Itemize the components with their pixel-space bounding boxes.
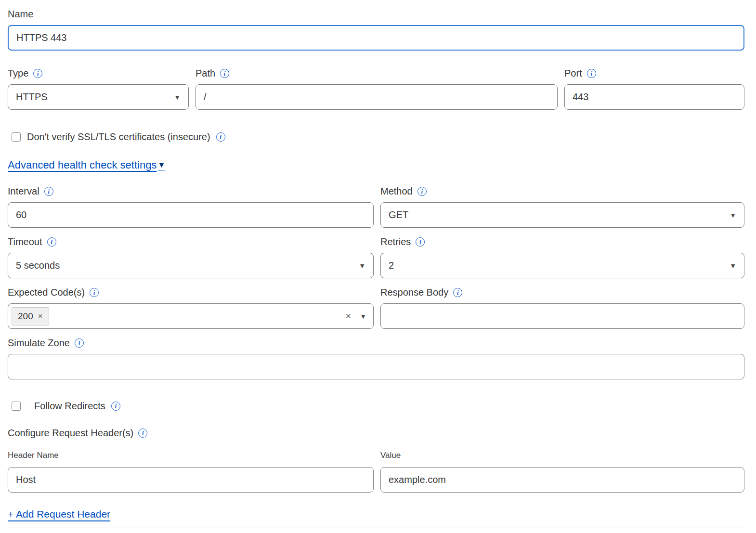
name-label: Name [8,9,33,20]
field-expected-codes: Expected Code(s) 200 × × [8,287,374,329]
field-header-name: Header Name [8,451,374,493]
header-value-column-label: Value [380,451,401,460]
interval-input[interactable] [8,202,374,228]
add-request-header-link[interactable]: + Add Request Header [8,508,110,520]
simulate-zone-label: Simulate Zone [8,338,70,349]
request-headers-section: Configure Request Header(s) [8,428,744,439]
triangle-down-icon [157,161,165,169]
field-type: Type HTTPS [8,68,189,110]
header-value-input[interactable] [380,467,744,493]
field-path: Path [196,68,558,110]
follow-redirects-info-icon[interactable] [111,402,120,411]
follow-redirects-checkbox[interactable] [12,402,21,411]
expected-codes-label: Expected Code(s) [8,287,85,298]
response-body-info-icon[interactable] [453,288,462,297]
type-info-icon[interactable] [33,69,42,78]
request-headers-section-label: Configure Request Header(s) [8,428,133,439]
code-tag: 200 × [12,307,49,325]
retries-select-value: 2 [389,260,394,271]
port-input[interactable] [564,84,744,110]
request-headers-info-icon[interactable] [138,429,147,438]
timeout-info-icon[interactable] [47,237,56,247]
bottom-divider [8,528,744,528]
name-input[interactable] [8,25,744,51]
expected-codes-info-icon[interactable] [90,288,99,297]
field-follow-redirects: Follow Redirects [12,401,744,412]
verify-ssl-info-icon[interactable] [216,132,225,142]
timeout-select[interactable]: 5 seconds [8,253,374,278]
clear-all-icon[interactable]: × [345,311,351,322]
response-body-label: Response Body [380,287,448,298]
field-response-body: Response Body [380,287,744,329]
field-timeout: Timeout 5 seconds [8,236,374,278]
header-name-input[interactable] [8,467,374,493]
verify-ssl-checkbox[interactable] [12,132,21,142]
chevron-down-icon [730,212,736,219]
chevron-down-icon [730,262,736,269]
advanced-settings-link-label: Advanced health check settings [8,159,156,171]
row-interval-method: Interval Method GET [8,186,744,228]
path-label: Path [196,68,215,79]
retries-select[interactable]: 2 [380,253,744,278]
response-body-input[interactable] [380,303,744,329]
field-method: Method GET [380,186,744,228]
timeout-label: Timeout [8,236,42,247]
field-interval: Interval [8,186,374,228]
health-check-form: Name Type HTTPS Path Port [0,0,756,528]
type-select-value: HTTPS [16,91,48,103]
retries-label: Retries [380,236,411,247]
retries-info-icon[interactable] [416,237,425,247]
field-verify-ssl: Don't verify SSL/TLS certificates (insec… [12,131,744,143]
method-select-value: GET [389,209,408,221]
header-name-column-label: Header Name [8,451,59,460]
path-info-icon[interactable] [220,69,229,78]
timeout-select-value: 5 seconds [16,260,60,271]
advanced-settings-link[interactable]: Advanced health check settings [8,159,165,171]
chevron-down-icon [359,262,365,269]
remove-tag-icon[interactable]: × [38,312,43,321]
field-name: Name [8,9,744,51]
field-port: Port [564,68,744,110]
chevron-down-icon[interactable] [360,313,366,320]
simulate-zone-info-icon[interactable] [75,338,84,348]
method-label: Method [380,186,413,197]
chevron-down-icon [174,94,181,101]
field-simulate-zone: Simulate Zone [8,338,744,379]
simulate-zone-input[interactable] [8,354,744,379]
code-tag-label: 200 [18,311,33,322]
field-header-value: Value [380,451,744,493]
verify-ssl-label: Don't verify SSL/TLS certificates (insec… [27,131,210,143]
type-label: Type [8,68,28,79]
row-timeout-retries: Timeout 5 seconds Retries 2 [8,236,744,278]
path-input[interactable] [196,84,558,110]
field-retries: Retries 2 [380,236,744,278]
interval-info-icon[interactable] [44,187,53,196]
method-info-icon[interactable] [417,187,427,196]
row-type-path-port: Type HTTPS Path Port [8,68,744,110]
method-select[interactable]: GET [380,202,744,228]
type-select[interactable]: HTTPS [8,84,189,110]
request-header-row: Header Name Value [8,451,744,493]
port-label: Port [564,68,582,79]
row-codes-body: Expected Code(s) 200 × × Response Body [8,287,744,329]
port-info-icon[interactable] [587,69,596,78]
expected-codes-multiselect[interactable]: 200 × × [8,303,374,329]
follow-redirects-label: Follow Redirects [34,401,105,412]
interval-label: Interval [8,186,39,197]
